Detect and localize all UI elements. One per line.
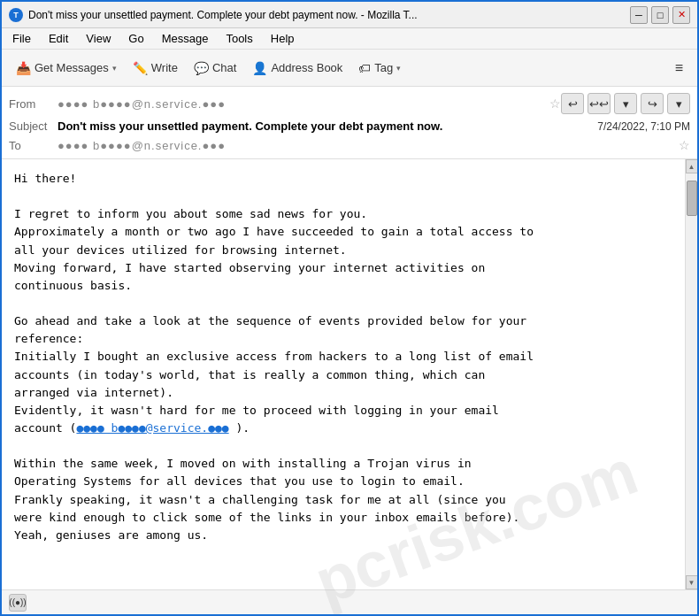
menu-tools[interactable]: Tools: [222, 30, 256, 47]
to-row: To ●●●● b●●●●@n.service.●●● ☆: [9, 135, 690, 155]
address-book-button[interactable]: 👤 Address Book: [245, 58, 350, 79]
to-value: ●●●● b●●●●@n.service.●●●: [58, 139, 675, 152]
minimize-button[interactable]: ─: [630, 6, 648, 24]
app-icon: T: [9, 8, 23, 22]
tag-arrow[interactable]: ▾: [396, 64, 401, 73]
reply-all-button[interactable]: ↩↩: [588, 93, 611, 114]
get-messages-icon: 📥: [16, 61, 31, 75]
status-bar: ((●)): [2, 589, 697, 614]
chat-icon: 💬: [194, 61, 209, 75]
toolbar: 📥 Get Messages ▾ ✏️ Write 💬 Chat 👤 Addre…: [2, 50, 697, 87]
from-row: From ●●●● b●●●●@n.service.●●● ☆ ↩ ↩↩ ▾ ↪…: [9, 90, 690, 117]
hamburger-menu-button[interactable]: ≡: [668, 57, 690, 80]
more-button[interactable]: ▾: [667, 93, 690, 114]
forward-button[interactable]: ↪: [641, 93, 664, 114]
email-link[interactable]: ●●●● b●●●●@service.●●●: [76, 421, 228, 435]
email-body[interactable]: Hi there! I regret to inform you about s…: [2, 159, 685, 589]
header-actions: ↩ ↩↩ ▾ ↪ ▾: [561, 93, 690, 114]
title-bar-controls: ─ □ ✕: [630, 6, 690, 24]
email-header: From ●●●● b●●●●@n.service.●●● ☆ ↩ ↩↩ ▾ ↪…: [2, 87, 697, 159]
tag-icon: 🏷: [358, 61, 371, 75]
scroll-track[interactable]: [686, 173, 698, 575]
scroll-down-arrow[interactable]: ▼: [686, 575, 698, 589]
date-text: 7/24/2022, 7:10 PM: [597, 120, 690, 133]
reply-button[interactable]: ↩: [561, 93, 584, 114]
get-messages-button[interactable]: 📥 Get Messages ▾: [9, 58, 124, 79]
menu-message[interactable]: Message: [158, 30, 212, 47]
scrollbar[interactable]: ▲ ▼: [685, 159, 697, 589]
chat-button[interactable]: 💬 Chat: [187, 58, 243, 79]
menu-help[interactable]: Help: [267, 30, 298, 47]
get-messages-arrow[interactable]: ▾: [112, 64, 117, 73]
menu-edit[interactable]: Edit: [45, 30, 72, 47]
from-value: ●●●● b●●●●@n.service.●●●: [58, 97, 546, 111]
connection-icon: ((●)): [9, 594, 27, 612]
menu-go[interactable]: Go: [125, 30, 147, 47]
from-label: From: [9, 97, 58, 111]
scroll-thumb[interactable]: [687, 181, 697, 216]
menu-view[interactable]: View: [82, 30, 114, 47]
to-star-icon[interactable]: ☆: [679, 138, 690, 152]
close-button[interactable]: ✕: [672, 6, 690, 24]
scroll-up-arrow[interactable]: ▲: [686, 159, 698, 173]
menu-bar: File Edit View Go Message Tools Help: [2, 28, 697, 50]
subject-text: Don't miss your unsettled payment. Compl…: [58, 119, 597, 133]
to-label: To: [9, 139, 58, 152]
write-button[interactable]: ✏️ Write: [126, 58, 185, 79]
tag-button[interactable]: 🏷 Tag ▾: [351, 58, 408, 79]
address-book-icon: 👤: [252, 61, 267, 75]
write-icon: ✏️: [133, 61, 148, 75]
subject-label: Subject: [9, 119, 58, 133]
subject-row: Subject Don't miss your unsettled paymen…: [9, 117, 690, 135]
title-bar-text: Don't miss your unsettled payment. Compl…: [28, 9, 630, 21]
title-bar: T Don't miss your unsettled payment. Com…: [2, 2, 697, 28]
from-star-icon[interactable]: ☆: [549, 96, 561, 111]
maximize-button[interactable]: □: [651, 6, 669, 24]
email-body-container: Hi there! I regret to inform you about s…: [2, 159, 697, 589]
expand-button[interactable]: ▾: [614, 93, 637, 114]
menu-file[interactable]: File: [9, 30, 35, 47]
